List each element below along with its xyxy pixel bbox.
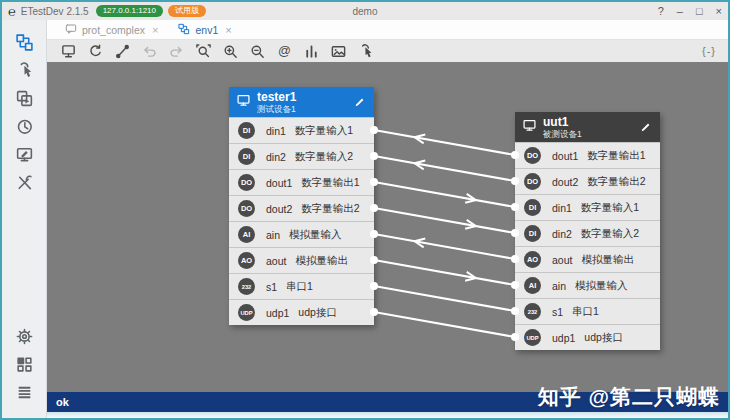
port-row-tester1-din2[interactable]: DIdin2数字量输入2 [229, 143, 374, 169]
main-area: prot_complex × env1 × @ {-} [2, 20, 728, 418]
tab-env1[interactable]: env1 × [168, 20, 241, 39]
sidebar-item-menu-lines[interactable] [9, 380, 39, 404]
port-description: 串口1 [572, 305, 599, 319]
port-type-badge: AO [524, 251, 541, 268]
sidebar-item-topology[interactable] [9, 30, 39, 54]
port-list: DOdout1数字量输出1DOdout2数字量输出2DIdin1数字量输入1DI… [515, 142, 660, 350]
node-header[interactable]: uut1 被测设备1 [515, 112, 660, 142]
title-bar: ℮ ETestDev 2.1.5 127.0.0.1:1210 试用版 demo… [2, 2, 728, 20]
port-name: aout [266, 255, 286, 267]
toolbar-connect-button[interactable] [113, 42, 131, 60]
port-type-badge: 232 [524, 303, 541, 320]
tab-label: env1 [195, 24, 218, 36]
toolbar-add-device-button[interactable] [59, 42, 77, 60]
port-row-uut1-ain[interactable]: AIain模拟量输入 [515, 272, 660, 298]
toolbar-hand-pointer-button[interactable] [356, 42, 374, 60]
port-type-badge: DO [238, 174, 255, 191]
sidebar [2, 20, 47, 418]
sidebar-item-hand-pointer[interactable] [9, 58, 39, 82]
device-node-uut1[interactable]: uut1 被测设备1 DOdout1数字量输出1DOdout2数字量输出2DId… [515, 112, 660, 350]
port-type-badge: DI [524, 199, 541, 216]
sidebar-item-history[interactable] [9, 114, 39, 138]
port-name: din2 [552, 228, 572, 240]
port-row-tester1-din1[interactable]: DIdin1数字量输入1 [229, 117, 374, 143]
port-type-badge: AO [238, 252, 255, 269]
node-subtitle: 测试设备1 [257, 104, 353, 114]
bottom-edge [47, 412, 728, 418]
address-badge: 127.0.0.1:1210 [96, 5, 163, 17]
port-name: udp1 [266, 307, 289, 319]
maximize-button[interactable]: □ [696, 6, 703, 17]
watermark-text: 知乎 @第二只蝴蝶 [538, 383, 720, 411]
port-row-tester1-aout[interactable]: AOaout模拟量输出 [229, 247, 374, 273]
port-name: dout1 [552, 150, 578, 162]
port-row-uut1-din2[interactable]: DIdin2数字量输入2 [515, 220, 660, 246]
toolbar-statistics-button[interactable] [302, 42, 320, 60]
toolbar-zoom-out-button[interactable] [248, 42, 266, 60]
sidebar-item-settings-gear[interactable] [9, 324, 39, 348]
port-description: 数字量输出1 [301, 176, 359, 190]
app-logo-icon: ℮ [8, 5, 16, 18]
monitor-icon [522, 118, 537, 137]
sidebar-bottom-group [9, 322, 39, 406]
port-row-uut1-din1[interactable]: DIdin1数字量输入1 [515, 194, 660, 220]
port-name: dout2 [266, 203, 292, 215]
sidebar-item-deploy-layers[interactable] [9, 86, 39, 110]
tab-label: prot_complex [82, 24, 145, 36]
port-row-tester1-ain[interactable]: AIain模拟量输入 [229, 221, 374, 247]
toolbar-zoom-in-button[interactable] [221, 42, 239, 60]
toolbar-undo-button [140, 42, 158, 60]
port-row-tester1-dout1[interactable]: DOdout1数字量输出1 [229, 169, 374, 195]
sidebar-item-monitor-edit[interactable] [9, 142, 39, 166]
tab-prot-complex[interactable]: prot_complex × [55, 20, 168, 39]
port-row-uut1-dout1[interactable]: DOdout1数字量输出1 [515, 142, 660, 168]
toolbar-snapshot-button[interactable] [329, 42, 347, 60]
device-node-tester1[interactable]: tester1 测试设备1 DIdin1数字量输入1DIdin2数字量输入2DO… [229, 87, 374, 325]
node-header[interactable]: tester1 测试设备1 [229, 87, 374, 117]
port-name: s1 [266, 281, 277, 293]
edit-icon[interactable] [353, 95, 367, 109]
canvas-toolbar: @ {-} [47, 39, 728, 62]
port-description: 模拟量输入 [575, 279, 628, 293]
toolbar-locate-at-button[interactable]: @ [275, 42, 293, 60]
diagram-canvas[interactable]: tester1 测试设备1 DIdin1数字量输入1DIdin2数字量输入2DO… [47, 62, 728, 392]
toolbar-redo-button [167, 42, 185, 60]
port-name: din2 [266, 151, 286, 163]
node-title: tester1 [257, 91, 353, 104]
port-row-uut1-dout2[interactable]: DOdout2数字量输出2 [515, 168, 660, 194]
edit-icon[interactable] [639, 120, 653, 134]
close-icon[interactable]: × [225, 24, 231, 36]
sidebar-item-apps-grid[interactable] [9, 352, 39, 376]
port-type-badge: DO [238, 200, 255, 217]
port-description: udp接口 [298, 306, 337, 320]
toolbar-buttons: @ [59, 42, 374, 60]
port-description: 模拟量输出 [581, 253, 634, 267]
port-description: 模拟量输入 [289, 228, 342, 242]
close-button[interactable]: × [716, 6, 722, 17]
toolbar-zoom-region-button[interactable] [194, 42, 212, 60]
port-row-uut1-s1[interactable]: 232s1串口1 [515, 298, 660, 324]
port-name: dout1 [266, 177, 292, 189]
port-row-uut1-aout[interactable]: AOaout模拟量输出 [515, 246, 660, 272]
port-row-uut1-udp1[interactable]: UDPudp1udp接口 [515, 324, 660, 350]
port-name: aout [552, 254, 572, 266]
sidebar-item-tools[interactable] [9, 170, 39, 194]
port-row-tester1-udp1[interactable]: UDPudp1udp接口 [229, 299, 374, 325]
port-description: 模拟量输出 [295, 254, 348, 268]
node-title: uut1 [543, 116, 639, 129]
port-row-tester1-dout2[interactable]: DOdout2数字量输出2 [229, 195, 374, 221]
help-button[interactable]: ? [658, 6, 664, 17]
code-braces-button[interactable]: {-} [702, 45, 716, 57]
minimize-button[interactable]: – [677, 6, 683, 17]
port-description: 数字量输出2 [301, 202, 359, 216]
port-type-badge: DI [238, 122, 255, 139]
chat-icon [65, 23, 77, 37]
port-row-tester1-s1[interactable]: 232s1串口1 [229, 273, 374, 299]
port-type-badge: AI [238, 226, 255, 243]
close-icon[interactable]: × [152, 24, 158, 36]
port-name: din1 [266, 125, 286, 137]
port-type-badge: UDP [524, 329, 541, 346]
port-description: 串口1 [286, 280, 313, 294]
port-type-badge: DO [524, 173, 541, 190]
toolbar-refresh-button[interactable] [86, 42, 104, 60]
